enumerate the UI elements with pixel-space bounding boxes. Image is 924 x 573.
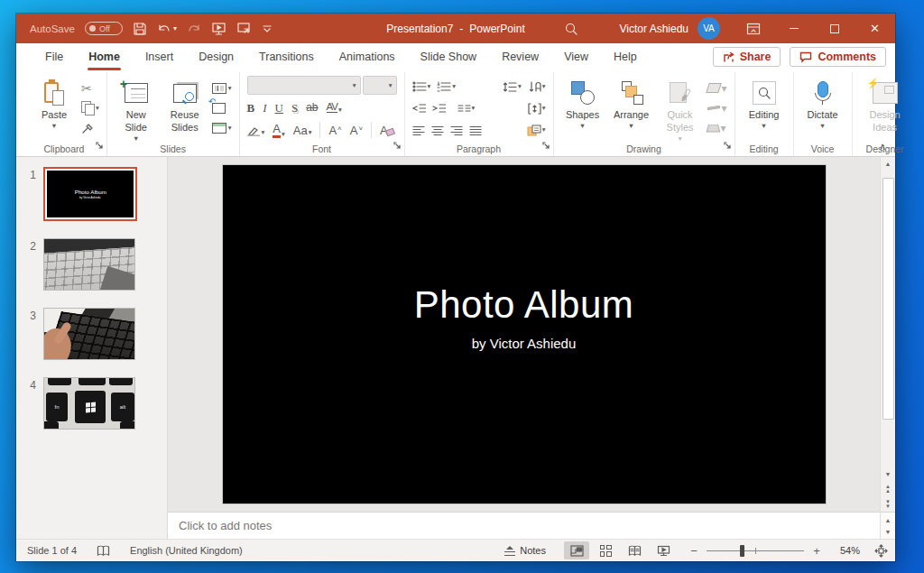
slide-4-thumbnail-image[interactable]: fn alt bbox=[43, 377, 135, 430]
reuse-slides-button[interactable]: Reuse Slides bbox=[163, 76, 207, 134]
zoom-slider-thumb[interactable] bbox=[740, 545, 744, 557]
minimize-button[interactable] bbox=[773, 14, 814, 43]
undo-button[interactable]: ▾ bbox=[157, 22, 177, 35]
scrollbar-track[interactable] bbox=[882, 171, 895, 467]
drawing-dialog-launcher[interactable] bbox=[724, 137, 732, 153]
align-right-button[interactable] bbox=[450, 125, 463, 135]
slide-counter[interactable]: Slide 1 of 4 bbox=[27, 545, 77, 556]
tab-home[interactable]: Home bbox=[76, 45, 133, 69]
shapes-button[interactable]: Shapes ▼ bbox=[561, 76, 605, 129]
fit-slide-to-window-button[interactable] bbox=[874, 544, 888, 558]
numbering-button[interactable]: ▾ bbox=[437, 81, 456, 92]
user-name[interactable]: Victor Ashiedu bbox=[620, 23, 689, 35]
columns-button[interactable]: ▾ bbox=[457, 104, 476, 114]
slide-1-thumbnail-image[interactable]: Photo Album by Victor Ashiedu bbox=[43, 167, 137, 221]
reset-slide-button[interactable] bbox=[212, 100, 232, 116]
slide-title[interactable]: Photo Album bbox=[414, 283, 634, 327]
shape-fill-button[interactable]: ▾ bbox=[707, 80, 727, 96]
text-direction-button[interactable]: ▾ bbox=[528, 81, 546, 93]
search-button[interactable] bbox=[564, 22, 578, 36]
zoom-level[interactable]: 54% bbox=[829, 545, 860, 556]
slide-sorter-view-button[interactable] bbox=[593, 541, 618, 559]
slide-canvas[interactable]: Photo Album by Victor Ashiedu bbox=[223, 165, 826, 504]
notes-scroll-down-button[interactable]: ▼ bbox=[882, 526, 895, 538]
increase-indent-button[interactable] bbox=[432, 103, 446, 114]
next-slide-button[interactable]: ▼▼ bbox=[882, 496, 895, 512]
paragraph-dialog-launcher[interactable] bbox=[542, 137, 550, 153]
editing-button[interactable]: Editing ▼ bbox=[743, 76, 786, 129]
tab-insert[interactable]: Insert bbox=[133, 45, 186, 69]
underline-button[interactable]: U bbox=[275, 102, 283, 114]
comments-button[interactable]: Comments bbox=[790, 47, 886, 67]
slideshow-view-button[interactable] bbox=[651, 541, 676, 559]
decrease-font-size-button[interactable]: A˅ bbox=[350, 125, 363, 136]
reading-view-button[interactable] bbox=[622, 541, 647, 559]
redo-button[interactable] bbox=[187, 22, 201, 35]
collapse-ribbon-button[interactable]: ∧ bbox=[879, 141, 886, 152]
font-dialog-launcher[interactable] bbox=[393, 137, 402, 153]
section-button[interactable]: ▾ bbox=[212, 120, 232, 135]
ribbon-display-options-button[interactable] bbox=[733, 14, 773, 43]
slide-thumbnail-3[interactable]: 3 bbox=[16, 308, 167, 360]
font-color-button[interactable]: A▾ bbox=[273, 123, 284, 138]
shape-effects-button[interactable]: ▾ bbox=[707, 120, 727, 135]
maximize-button[interactable] bbox=[814, 14, 855, 43]
tab-design[interactable]: Design bbox=[186, 45, 246, 69]
text-shadow-button[interactable]: S bbox=[291, 102, 298, 114]
zoom-slider[interactable] bbox=[707, 544, 804, 557]
increase-font-size-button[interactable]: A˄ bbox=[328, 125, 341, 136]
tab-view[interactable]: View bbox=[551, 45, 601, 69]
bullets-button[interactable]: ▾ bbox=[412, 81, 431, 92]
new-slide-button[interactable]: + New Slide ▼ bbox=[115, 76, 158, 142]
bold-button[interactable]: B bbox=[247, 102, 255, 114]
zoom-in-button[interactable]: + bbox=[811, 544, 822, 558]
customize-qat-button[interactable] bbox=[262, 24, 273, 33]
arrange-button[interactable]: Arrange ▼ bbox=[610, 76, 653, 129]
avatar[interactable]: VA bbox=[698, 17, 720, 40]
autosave-toggle[interactable]: Off bbox=[85, 22, 123, 35]
font-name-combobox[interactable]: ▾ bbox=[247, 76, 361, 95]
close-button[interactable]: ✕ bbox=[855, 14, 895, 43]
tab-animations[interactable]: Animations bbox=[327, 45, 408, 69]
format-painter-button[interactable] bbox=[81, 120, 99, 135]
strikethrough-button[interactable]: ab bbox=[306, 102, 318, 113]
tab-slide-show[interactable]: Slide Show bbox=[408, 45, 490, 69]
text-highlight-button[interactable]: ▾ bbox=[247, 125, 265, 136]
slide-thumbnail-4[interactable]: 4 fn alt bbox=[16, 377, 167, 430]
language-status[interactable]: English (United Kingdom) bbox=[130, 545, 243, 556]
scroll-down-button[interactable]: ▼ bbox=[882, 467, 895, 481]
save-button[interactable] bbox=[133, 22, 147, 36]
change-case-button[interactable]: Aa▾ bbox=[293, 125, 312, 136]
copy-button[interactable]: ▾ bbox=[81, 100, 99, 116]
line-spacing-button[interactable]: ▾ bbox=[503, 81, 522, 93]
notes-toggle-button[interactable]: Notes bbox=[504, 545, 546, 556]
slide-subtitle[interactable]: by Victor Ashiedu bbox=[472, 336, 577, 351]
slide-layout-button[interactable]: ▾ bbox=[212, 80, 232, 96]
scroll-up-button[interactable]: ▲ bbox=[882, 157, 895, 171]
align-center-button[interactable] bbox=[431, 125, 444, 135]
font-size-combobox[interactable]: ▾ bbox=[363, 76, 397, 95]
start-slideshow-button[interactable] bbox=[211, 22, 226, 36]
justify-button[interactable] bbox=[469, 125, 482, 135]
spell-check-button[interactable] bbox=[97, 545, 110, 557]
cut-button[interactable]: ✂ bbox=[81, 80, 99, 96]
paste-button[interactable]: Paste ▼ bbox=[32, 76, 76, 129]
shape-outline-button[interactable]: ▾ bbox=[707, 100, 727, 116]
previous-slide-button[interactable]: ▲▲ bbox=[882, 481, 895, 496]
notes-pane[interactable]: Click to add notes bbox=[168, 512, 880, 539]
tab-file[interactable]: File bbox=[32, 45, 76, 69]
slide-thumbnail-2[interactable]: 2 bbox=[16, 238, 167, 291]
slideshow-from-current-button[interactable] bbox=[236, 22, 252, 35]
slide-thumbnail-1[interactable]: 1 Photo Album by Victor Ashiedu bbox=[16, 167, 167, 221]
quick-styles-button[interactable]: 🖌 Quick Styles ▾ bbox=[659, 76, 702, 142]
character-spacing-button[interactable]: AV▾ bbox=[327, 102, 342, 114]
normal-view-button[interactable] bbox=[564, 541, 589, 559]
design-ideas-button[interactable]: Design Ideas bbox=[860, 76, 910, 134]
notes-scroll-up-button[interactable]: ▲ bbox=[882, 514, 895, 526]
tab-review[interactable]: Review bbox=[489, 45, 551, 69]
slide-3-thumbnail-image[interactable] bbox=[43, 308, 135, 360]
share-button[interactable]: Share bbox=[713, 47, 781, 67]
scrollbar-thumb[interactable] bbox=[882, 178, 894, 420]
clear-formatting-button[interactable]: A bbox=[380, 125, 388, 136]
align-left-button[interactable] bbox=[412, 125, 425, 135]
